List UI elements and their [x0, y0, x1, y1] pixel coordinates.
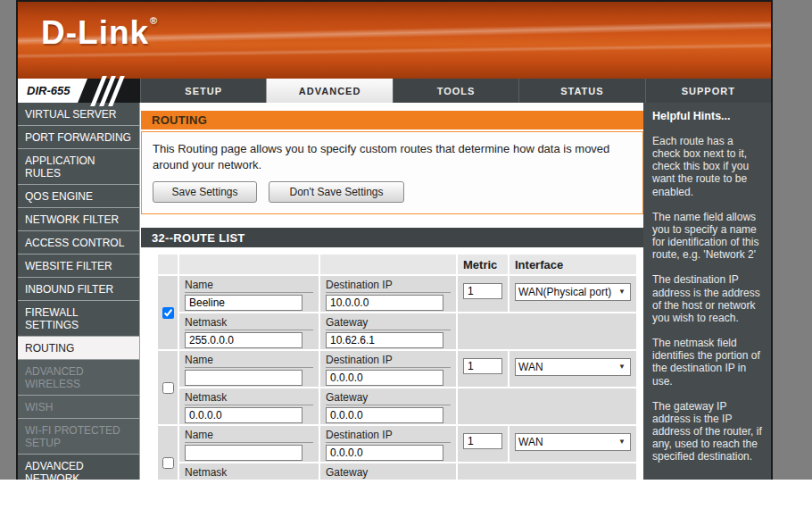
destination-ip-label: Destination IP: [326, 354, 451, 368]
registered-mark: ®: [150, 15, 158, 26]
name-label: Name: [185, 279, 313, 293]
route-1-name-input[interactable]: [185, 295, 302, 311]
route-2-gateway-cell: Gateway: [320, 388, 456, 424]
helpful-hints-panel: Helpful Hints... Each route has a check …: [643, 103, 771, 480]
gateway-label: Gateway: [326, 466, 451, 480]
route-2-metric-input[interactable]: [463, 358, 502, 374]
main-panel: ROUTING This Routing page allows you to …: [140, 103, 643, 480]
route-2-gateway-input[interactable]: [326, 407, 443, 423]
sidebar-item-inbound-filter[interactable]: INBOUND FILTER: [18, 278, 140, 301]
destination-ip-label: Destination IP: [326, 279, 451, 293]
route-2-interface-cell: WAN ▼: [510, 351, 636, 387]
main-nav-tabbar: DIR-655 SETUP ADVANCED TOOLS STATUS SUPP…: [18, 79, 771, 103]
route-1-netmask-cell: Netmask: [179, 313, 319, 349]
route-3-destination-cell: Destination IP: [320, 426, 456, 462]
header-cell-checkbox: [158, 255, 178, 274]
route-2-name-cell: Name: [179, 351, 319, 387]
route-1-netmask-input[interactable]: [185, 332, 302, 348]
sidebar-item-routing[interactable]: ROUTING: [18, 337, 140, 360]
route-3-metric-input[interactable]: [463, 433, 502, 449]
route-2-netmask-input[interactable]: [185, 407, 302, 423]
save-settings-button[interactable]: Save Settings: [153, 181, 257, 203]
sidebar-item-network-filter[interactable]: NETWORK FILTER: [18, 208, 140, 231]
hint-paragraph: The name field allows you to specify a n…: [652, 211, 762, 262]
tab-setup[interactable]: SETUP: [140, 79, 266, 103]
route-3-netmask-cell: Netmask: [179, 463, 319, 480]
sidebar-item-firewall-settings[interactable]: FIREWALL SETTINGS: [18, 301, 140, 337]
model-section: DIR-655: [18, 79, 140, 103]
sidebar-item-qos-engine[interactable]: QOS ENGINE: [18, 185, 140, 208]
route-3-metric-cell: [458, 426, 508, 462]
routing-description-text: This Routing page allows you to specify …: [153, 141, 626, 172]
header-cell-metric: Metric: [458, 255, 508, 274]
route-1-metric-input[interactable]: [463, 283, 502, 299]
tab-status[interactable]: STATUS: [518, 79, 644, 103]
routing-description-box: This Routing page allows you to specify …: [141, 131, 643, 214]
dlink-logo-text: D-Link: [41, 14, 149, 51]
route-3-interface-cell: WAN ▼: [510, 426, 636, 462]
route-3-gateway-cell: Gateway: [320, 463, 456, 480]
route-1-name-cell: Name: [179, 276, 319, 312]
route-2-enable-checkbox[interactable]: [162, 382, 174, 394]
route-row-2: Name Destination IP WAN: [158, 351, 636, 424]
sidebar-item-advanced-wireless: ADVANCED WIRELESS: [18, 360, 140, 396]
netmask-label: Netmask: [185, 466, 313, 480]
route-1-destination-input[interactable]: [326, 295, 443, 311]
tab-advanced[interactable]: ADVANCED: [266, 79, 392, 103]
brand-banner: D-Link®: [18, 2, 771, 79]
sidebar-item-advanced-network[interactable]: ADVANCED NETWORK: [18, 455, 140, 480]
screenshot-viewport: D-Link® DIR-655 SETUP ADVANCED TOOLS STA…: [0, 0, 812, 526]
header-cell-interface: Interface: [510, 255, 636, 274]
header-cell-name: [179, 255, 319, 274]
tab-support[interactable]: SUPPORT: [645, 79, 771, 103]
dlink-logo: D-Link®: [41, 14, 158, 52]
name-label: Name: [185, 354, 313, 368]
sidebar-item-port-forwarding[interactable]: PORT FORWARDING: [18, 126, 140, 149]
hint-paragraph: The destination IP address is the addres…: [652, 273, 762, 324]
routing-section-header: ROUTING: [141, 111, 643, 129]
route-2-name-input[interactable]: [185, 370, 302, 386]
settings-button-row: Save Settings Don't Save Settings: [153, 181, 632, 203]
sidebar-item-virtual-server[interactable]: VIRTUAL SERVER: [18, 103, 140, 126]
route-2-destination-input[interactable]: [326, 370, 443, 386]
route-3-checkbox-cell: [158, 426, 178, 480]
sidebar-item-website-filter[interactable]: WEBSITE FILTER: [18, 255, 140, 278]
sidebar-item-access-control[interactable]: ACCESS CONTROL: [18, 231, 140, 255]
sidebar-item-wifi-protected-setup: WI-FI PROTECTED SETUP: [18, 419, 140, 455]
route-1-destination-cell: Destination IP: [320, 276, 456, 312]
route-3-interface-select[interactable]: WAN: [515, 433, 631, 451]
router-admin-page: D-Link® DIR-655 SETUP ADVANCED TOOLS STA…: [16, 0, 773, 480]
diagonal-stripes-decoration: [91, 79, 127, 103]
name-label: Name: [185, 429, 313, 443]
hint-paragraph: The gateway IP address is the IP address…: [652, 400, 762, 463]
route-3-destination-input[interactable]: [326, 445, 443, 461]
route-2-metric-cell: [458, 351, 508, 387]
route-row-1: Name Destination IP WAN(Physical: [158, 276, 636, 349]
dont-save-settings-button[interactable]: Don't Save Settings: [269, 181, 404, 203]
sidebar-nav: VIRTUAL SERVER PORT FORWARDING APPLICATI…: [18, 103, 140, 480]
route-table-header-row: Metric Interface: [158, 255, 636, 274]
helpful-hints-title: Helpful Hints...: [652, 110, 762, 122]
route-3-enable-checkbox[interactable]: [162, 457, 174, 469]
destination-ip-label: Destination IP: [326, 429, 451, 443]
content-row: VIRTUAL SERVER PORT FORWARDING APPLICATI…: [18, 103, 771, 480]
route-1-gateway-input[interactable]: [326, 332, 443, 348]
route-1-gateway-cell: Gateway: [320, 313, 456, 349]
route-1-filler-cell: [458, 313, 636, 349]
sidebar-item-application-rules[interactable]: APPLICATION RULES: [18, 149, 140, 185]
hint-paragraph: The netmask field identifies the portion…: [652, 337, 762, 388]
route-3-name-cell: Name: [179, 426, 319, 462]
route-3-name-input[interactable]: [185, 445, 302, 461]
sidebar-item-wish: WISH: [18, 396, 140, 419]
netmask-label: Netmask: [185, 316, 313, 330]
route-list-section-header: 32--ROUTE LIST: [141, 228, 643, 247]
route-1-interface-select[interactable]: WAN(Physical port): [515, 283, 631, 301]
tab-tools[interactable]: TOOLS: [393, 79, 518, 103]
gateway-label: Gateway: [326, 391, 451, 405]
netmask-label: Netmask: [185, 391, 313, 405]
route-2-interface-select[interactable]: WAN: [515, 358, 631, 376]
route-2-checkbox-cell: [158, 351, 178, 424]
model-label: DIR-655: [18, 79, 87, 103]
gateway-label: Gateway: [326, 316, 451, 330]
route-1-enable-checkbox[interactable]: [162, 307, 174, 319]
